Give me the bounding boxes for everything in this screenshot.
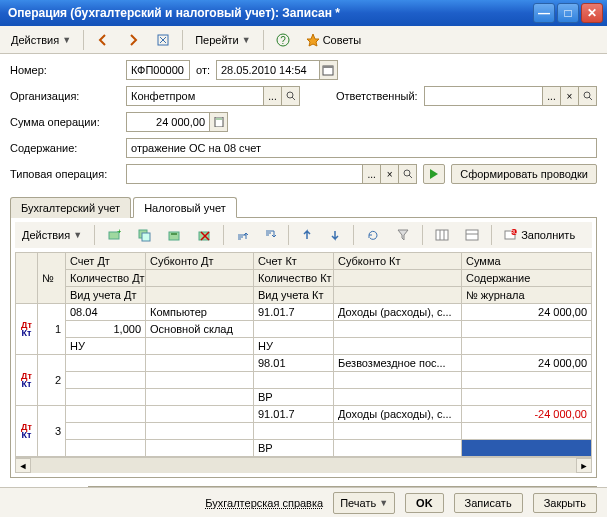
content-input[interactable]: отражение ОС на 08 счет — [126, 138, 597, 158]
select-button[interactable]: ... — [543, 86, 561, 106]
svg-rect-19 — [436, 230, 448, 240]
col-type-dt[interactable]: Вид учета Дт — [66, 287, 146, 304]
resp-input[interactable] — [424, 86, 543, 106]
fill-label: Заполнить — [521, 229, 575, 241]
svg-rect-17 — [169, 232, 179, 240]
sort-asc-button[interactable] — [229, 224, 255, 246]
tab-tax[interactable]: Налоговый учет — [133, 197, 237, 218]
content-label: Содержание: — [10, 142, 120, 154]
horizontal-scrollbar[interactable]: ◄ ► — [15, 457, 592, 473]
table-row[interactable]: НУНУ — [16, 338, 592, 355]
select-button[interactable]: ... — [363, 164, 381, 184]
calendar-button[interactable] — [320, 60, 338, 80]
table-row[interactable] — [16, 372, 592, 389]
close-button[interactable]: ✕ — [581, 3, 603, 23]
svg-text:+: + — [117, 228, 121, 236]
entries-table[interactable]: № Счет Дт Субконто Дт Счет Кт Субконто К… — [15, 252, 592, 457]
advice-button[interactable]: Советы — [299, 29, 368, 51]
edit-row-button[interactable] — [160, 224, 188, 246]
grid-actions-label: Действия — [22, 229, 70, 241]
run-button[interactable] — [423, 164, 445, 184]
table-row[interactable]: ВР — [16, 440, 592, 457]
clear-button[interactable]: × — [381, 164, 399, 184]
separator — [491, 225, 492, 245]
arrow-right-icon — [126, 33, 140, 47]
search-button[interactable] — [282, 86, 300, 106]
svg-rect-22 — [466, 230, 478, 240]
typeop-input[interactable] — [126, 164, 363, 184]
add-row-button[interactable]: + — [100, 224, 128, 246]
table-row[interactable] — [16, 423, 592, 440]
table-row[interactable]: ДтКт298.01Безвозмездное пос...24 000,00 — [16, 355, 592, 372]
col-qty-kt[interactable]: Количество Кт — [254, 270, 334, 287]
table-row[interactable]: 1,000Основной склад — [16, 321, 592, 338]
delete-row-button[interactable] — [190, 224, 218, 246]
goto-menu[interactable]: Перейти ▼ — [188, 29, 258, 51]
filter-button[interactable] — [389, 224, 417, 246]
settings-button[interactable] — [458, 224, 486, 246]
titlebar: Операция (бухгалтерский и налоговый учет… — [0, 0, 607, 26]
help-button[interactable]: ? — [269, 29, 297, 51]
maximize-button[interactable]: □ — [557, 3, 579, 23]
clear-button[interactable]: × — [561, 86, 579, 106]
copy-row-button[interactable] — [130, 224, 158, 246]
col-sub-dt[interactable]: Субконто Дт — [146, 253, 254, 270]
search-button[interactable] — [399, 164, 417, 184]
accounting-ref-link[interactable]: Бухгалтерская справка — [205, 497, 323, 509]
main-toolbar: Действия ▼ Перейти ▼ ? Советы — [0, 26, 607, 54]
fill-button[interactable]: RU Заполнить — [497, 224, 582, 246]
calc-button[interactable] — [210, 112, 228, 132]
minimize-button[interactable]: — — [533, 3, 555, 23]
calculator-icon — [214, 117, 224, 127]
select-button[interactable]: ... — [264, 86, 282, 106]
move-up-button[interactable] — [294, 224, 320, 246]
table-header-row: Вид учета Дт Вид учета Кт № журнала — [16, 287, 592, 304]
table-row[interactable]: ДтКт391.01.7Доходы (расходы), с...-24 00… — [16, 406, 592, 423]
table-header-row: № Счет Дт Субконто Дт Счет Кт Субконто К… — [16, 253, 592, 270]
chevron-down-icon: ▼ — [62, 35, 71, 45]
sum-input[interactable]: 24 000,00 — [126, 112, 210, 132]
filter-icon — [396, 228, 410, 242]
advice-label: Советы — [323, 34, 361, 46]
nav-forward-button[interactable] — [119, 29, 147, 51]
grid-actions-menu[interactable]: Действия ▼ — [15, 224, 89, 246]
columns-button[interactable] — [428, 224, 456, 246]
table-row[interactable]: ВР — [16, 389, 592, 406]
copy-icon — [137, 228, 151, 242]
col-acc-dt[interactable]: Счет Дт — [66, 253, 146, 270]
search-icon — [286, 91, 296, 101]
print-menu[interactable]: Печать ▼ — [333, 492, 395, 514]
number-input[interactable]: КФП00000 — [126, 60, 190, 80]
scroll-left-button[interactable]: ◄ — [15, 458, 31, 473]
refresh-button[interactable] — [149, 29, 177, 51]
col-acc-kt[interactable]: Счет Кт — [254, 253, 334, 270]
form-entries-button[interactable]: Сформировать проводки — [451, 164, 597, 184]
date-input[interactable]: 28.05.2010 14:54 — [216, 60, 320, 80]
tab-accounting[interactable]: Бухгалтерский учет — [10, 197, 131, 218]
sort-asc-icon — [236, 229, 248, 241]
col-num[interactable]: № — [38, 253, 66, 304]
col-sum[interactable]: Сумма — [462, 253, 592, 270]
col-qty-dt[interactable]: Количество Дт — [66, 270, 146, 287]
refresh-icon — [366, 228, 380, 242]
separator — [288, 225, 289, 245]
col-type-kt[interactable]: Вид учета Кт — [254, 287, 334, 304]
actions-menu[interactable]: Действия ▼ — [4, 29, 78, 51]
scroll-right-button[interactable]: ► — [576, 458, 592, 473]
nav-back-button[interactable] — [89, 29, 117, 51]
svg-text:?: ? — [280, 35, 286, 46]
move-down-button[interactable] — [322, 224, 348, 246]
save-button[interactable]: Записать — [454, 493, 523, 513]
dtkt-marker: ДтКт — [20, 423, 33, 439]
ok-button[interactable]: OK — [405, 493, 444, 513]
col-journal[interactable]: № журнала — [462, 287, 592, 304]
table-row[interactable]: ДтКт108.04Компьютер91.01.7Доходы (расход… — [16, 304, 592, 321]
sort-desc-button[interactable] — [257, 224, 283, 246]
search-button[interactable] — [579, 86, 597, 106]
refresh-button[interactable] — [359, 224, 387, 246]
col-sub-kt[interactable]: Субконто Кт — [334, 253, 462, 270]
actions-label: Действия — [11, 34, 59, 46]
org-input[interactable]: Конфетпром — [126, 86, 264, 106]
close-footer-button[interactable]: Закрыть — [533, 493, 597, 513]
col-content[interactable]: Содержание — [462, 270, 592, 287]
